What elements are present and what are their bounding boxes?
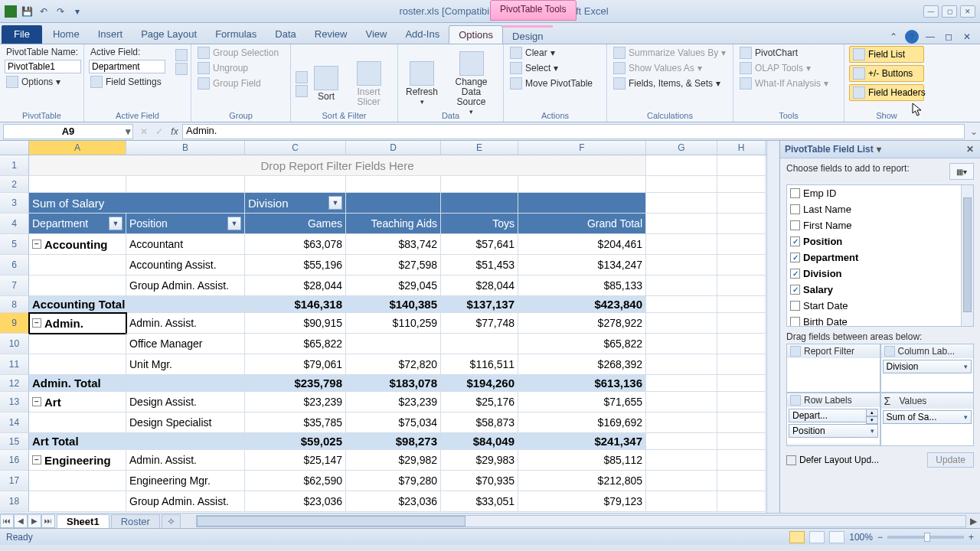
row-header[interactable]: 9 bbox=[0, 313, 29, 334]
position-cell[interactable]: Accountant bbox=[126, 234, 245, 255]
position-cell[interactable]: Group Admin. Assist. bbox=[126, 276, 245, 296]
workbook-close-icon[interactable]: ✕ bbox=[960, 30, 974, 44]
field-item[interactable]: Emp ID bbox=[787, 185, 973, 201]
field-checkbox[interactable]: ✓ bbox=[790, 253, 800, 262]
values-area[interactable]: Σ Values Sum of Sa...▾ bbox=[880, 393, 975, 446]
select-button[interactable]: Select ▾ bbox=[508, 61, 602, 75]
field-settings-button[interactable]: Field Settings bbox=[89, 75, 163, 89]
field-item[interactable]: ✓Department bbox=[787, 249, 973, 266]
dept-cell[interactable] bbox=[29, 354, 126, 375]
position-cell[interactable]: Group Admin. Assist. bbox=[126, 491, 245, 512]
field-list-dropdown-icon[interactable]: ▾ bbox=[874, 144, 884, 155]
field-item[interactable]: Last Name bbox=[787, 201, 973, 217]
page-break-view-button[interactable] bbox=[829, 531, 844, 543]
report-filter-area[interactable]: Report Filter bbox=[786, 344, 880, 393]
page-layout-view-button[interactable] bbox=[809, 531, 825, 543]
row-header[interactable]: 14 bbox=[0, 412, 29, 433]
tab-data[interactable]: Data bbox=[266, 25, 305, 44]
fields-items-sets-button[interactable]: Fields, Items, & Sets ▾ bbox=[612, 77, 728, 90]
save-icon[interactable]: 💾 bbox=[20, 5, 34, 18]
sheet-tab-roster[interactable]: Roster bbox=[111, 514, 160, 528]
collapse-icon[interactable]: − bbox=[32, 455, 41, 465]
minimize-button[interactable]: — bbox=[923, 5, 939, 18]
field-checkbox[interactable] bbox=[790, 220, 800, 230]
fields-scrollbar[interactable] bbox=[961, 185, 973, 326]
tab-review[interactable]: Review bbox=[305, 25, 357, 44]
help-icon[interactable]: ? bbox=[905, 30, 919, 44]
new-sheet-button[interactable]: ✧ bbox=[162, 514, 181, 528]
row-labels-area[interactable]: Row Labels Depart...▾▴▾ Position▾ bbox=[786, 393, 880, 446]
dept-cell[interactable]: −Admin. bbox=[29, 313, 126, 334]
collapse-icon[interactable]: − bbox=[32, 397, 41, 406]
row-header[interactable]: 13 bbox=[0, 392, 29, 412]
tab-design[interactable]: Design bbox=[503, 25, 552, 44]
horizontal-scrollbar[interactable] bbox=[196, 515, 966, 527]
position-cell[interactable]: Unit Mgr. bbox=[126, 354, 245, 375]
row-chip-department[interactable]: Depart...▾▴▾ bbox=[789, 409, 878, 422]
file-tab[interactable]: File bbox=[2, 25, 42, 44]
sort-asc-icon[interactable] bbox=[296, 71, 308, 83]
position-cell[interactable]: Accounting Assist. bbox=[126, 255, 245, 276]
sheet-nav-next-icon[interactable]: ▶ bbox=[28, 514, 41, 528]
worksheet-grid[interactable]: A B C D E F G H 1Drop Report Filter Fiel… bbox=[0, 141, 766, 513]
position-cell[interactable]: Office Manager bbox=[126, 334, 245, 354]
dept-cell[interactable]: −Engineering bbox=[29, 450, 126, 471]
zoom-in-button[interactable]: + bbox=[969, 532, 974, 543]
field-checkbox[interactable]: ✓ bbox=[790, 269, 800, 279]
column-field-header[interactable]: Division▼ bbox=[245, 193, 346, 214]
expand-field-icon[interactable] bbox=[175, 49, 188, 61]
hscroll-right-icon[interactable]: ▶ bbox=[966, 516, 980, 527]
position-cell[interactable]: Design Assist. bbox=[126, 392, 245, 412]
department-header[interactable]: Department▼ bbox=[29, 214, 126, 234]
field-item[interactable]: ✓Position bbox=[787, 233, 973, 249]
field-list-toggle[interactable]: Field List bbox=[849, 46, 924, 63]
workbook-minimize-icon[interactable]: — bbox=[923, 30, 937, 44]
sheet-nav-last-icon[interactable]: ⏭ bbox=[41, 514, 55, 528]
field-checkbox[interactable]: ✓ bbox=[790, 285, 800, 295]
tab-view[interactable]: View bbox=[356, 25, 396, 44]
field-checkbox[interactable]: ✓ bbox=[790, 236, 800, 246]
dept-cell[interactable] bbox=[29, 334, 126, 354]
tab-addins[interactable]: Add-Ins bbox=[396, 25, 449, 44]
layout-options-button[interactable]: ▦▾ bbox=[949, 163, 974, 180]
row-header[interactable]: 15 bbox=[0, 433, 29, 450]
zoom-level[interactable]: 100% bbox=[849, 532, 873, 543]
dept-cell[interactable] bbox=[29, 491, 126, 512]
update-button[interactable]: Update bbox=[927, 452, 974, 468]
dept-cell[interactable] bbox=[29, 471, 126, 491]
row-header[interactable]: 2 bbox=[0, 176, 29, 193]
undo-icon[interactable]: ↶ bbox=[37, 5, 51, 18]
value-chip-sum-salary[interactable]: Sum of Sa...▾ bbox=[883, 410, 972, 424]
field-item[interactable]: ✓Division bbox=[787, 266, 973, 282]
field-item[interactable]: Birth Date bbox=[787, 314, 973, 327]
pivot-name-input[interactable] bbox=[5, 60, 81, 73]
position-header[interactable]: Position▼ bbox=[126, 214, 245, 234]
col-header-c[interactable]: C bbox=[245, 141, 346, 155]
field-checkbox[interactable] bbox=[790, 204, 800, 214]
field-checkbox[interactable] bbox=[790, 317, 800, 327]
report-filter-drop-zone[interactable]: Drop Report Filter Fields Here bbox=[29, 155, 646, 176]
field-list-close-icon[interactable]: ✕ bbox=[965, 144, 975, 155]
row-header[interactable]: 16 bbox=[0, 450, 29, 471]
formula-input[interactable]: Admin. bbox=[182, 124, 965, 139]
row-header[interactable]: 6 bbox=[0, 255, 29, 276]
tab-formulas[interactable]: Formulas bbox=[206, 25, 266, 44]
active-field-input[interactable] bbox=[89, 60, 165, 73]
col-header-e[interactable]: E bbox=[441, 141, 518, 155]
row-chip-position[interactable]: Position▾ bbox=[789, 424, 878, 438]
name-box[interactable]: A9▾ bbox=[3, 124, 133, 139]
col-header-g[interactable]: G bbox=[646, 141, 717, 155]
col-header-a[interactable]: A bbox=[29, 141, 126, 155]
fx-icon[interactable]: fx bbox=[167, 126, 182, 137]
dept-cell[interactable] bbox=[29, 255, 126, 276]
expand-formula-icon[interactable]: ⌄ bbox=[968, 126, 980, 137]
dept-cell[interactable]: −Accounting bbox=[29, 234, 126, 255]
row-header[interactable]: 4 bbox=[0, 214, 29, 234]
maximize-button[interactable]: ◻ bbox=[942, 5, 957, 18]
row-header[interactable]: 18 bbox=[0, 491, 29, 512]
collapse-field-icon[interactable] bbox=[175, 63, 188, 75]
collapse-icon[interactable]: − bbox=[32, 240, 41, 249]
field-item[interactable]: First Name bbox=[787, 217, 973, 233]
workbook-restore-icon[interactable]: ◻ bbox=[942, 30, 956, 44]
plus-minus-toggle[interactable]: +/- Buttons bbox=[849, 65, 924, 82]
